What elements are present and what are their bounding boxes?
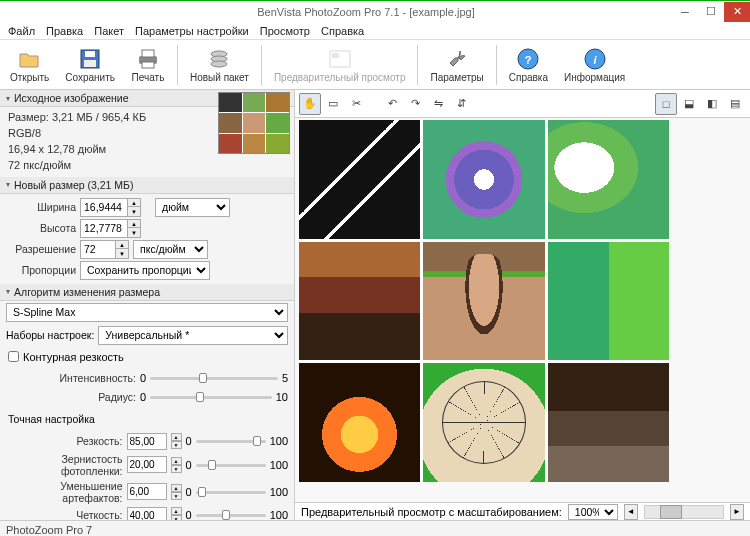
flip-h-button[interactable]: ⇋	[427, 93, 449, 115]
print-button[interactable]: Печать	[125, 45, 171, 85]
svg-rect-2	[84, 60, 96, 67]
intensity-label: Интенсивность:	[6, 372, 136, 384]
marquee-icon: ▭	[328, 97, 338, 110]
resolution-label: Разрешение	[6, 243, 76, 255]
sharpness-slider[interactable]	[196, 433, 266, 449]
height-label: Высота	[6, 222, 76, 234]
preview-button[interactable]: Предварительный просмотр	[268, 45, 412, 85]
minimize-button[interactable]: ─	[672, 2, 698, 22]
flip-v-button[interactable]: ⇵	[450, 93, 472, 115]
svg-rect-4	[142, 50, 154, 57]
rotate-right-button[interactable]: ↷	[404, 93, 426, 115]
close-button[interactable]: ✕	[724, 2, 750, 22]
crop-icon: ✂	[352, 97, 361, 110]
intensity-slider[interactable]	[150, 370, 278, 386]
height-input[interactable]: ▲▼	[80, 219, 141, 238]
horizontal-scrollbar[interactable]	[644, 505, 724, 519]
panel-splitter[interactable]	[291, 90, 294, 520]
radius-slider[interactable]	[150, 389, 272, 405]
contour-sharpness-checkbox[interactable]	[8, 351, 19, 362]
algorithm-section-header[interactable]: Алгоритм изменения размера	[0, 284, 294, 301]
pan-tool-button[interactable]: ✋	[299, 93, 321, 115]
radius-label: Радиус:	[6, 391, 136, 403]
filmgrain-input[interactable]	[127, 456, 167, 473]
view-split-h-button[interactable]: ⬓	[678, 93, 700, 115]
width-input[interactable]: ▲▼	[80, 198, 141, 217]
crop-tool-button[interactable]: ✂	[345, 93, 367, 115]
preview-image	[299, 120, 669, 482]
info-button[interactable]: i Информация	[558, 45, 631, 85]
svg-rect-5	[142, 62, 154, 68]
proportions-select[interactable]: Сохранить пропорции	[80, 261, 210, 280]
settings-panel: Исходное изображение Размер: 3,21 МБ / 9…	[0, 90, 295, 520]
print-icon	[136, 47, 160, 71]
scroll-right-button[interactable]: ►	[730, 504, 744, 520]
wrench-icon	[445, 47, 469, 71]
batch-icon	[207, 47, 231, 71]
filmgrain-slider[interactable]	[196, 457, 266, 473]
preview-canvas[interactable]	[295, 118, 750, 502]
preview-zoom-label: Предварительный просмотр с масштабирован…	[301, 506, 562, 518]
svg-rect-1	[85, 51, 95, 57]
view-split-v-button[interactable]: ◧	[701, 93, 723, 115]
zoom-select[interactable]: 100%	[568, 504, 618, 520]
proportions-label: Пропорции	[6, 264, 76, 276]
status-text: PhotoZoom Pro 7	[6, 524, 92, 536]
size-unit-select[interactable]: дюйм	[155, 198, 230, 217]
maximize-button[interactable]: ☐	[698, 2, 724, 22]
split-v-icon: ◧	[707, 97, 717, 110]
menu-settings[interactable]: Параметры настройки	[131, 24, 253, 38]
single-view-icon: □	[663, 98, 670, 110]
navigator-thumbnail[interactable]	[218, 92, 290, 154]
preset-select[interactable]: Универсальный *	[98, 326, 288, 345]
menu-file[interactable]: Файл	[4, 24, 39, 38]
help-icon: ?	[516, 47, 540, 71]
menu-batch[interactable]: Пакет	[90, 24, 128, 38]
preset-label: Наборы настроек:	[6, 329, 94, 341]
select-tool-button[interactable]: ▭	[322, 93, 344, 115]
split-h-icon: ⬓	[684, 97, 694, 110]
scroll-left-button[interactable]: ◄	[624, 504, 638, 520]
artifact-input[interactable]	[127, 483, 167, 500]
save-icon	[78, 47, 102, 71]
menu-help[interactable]: Справка	[317, 24, 368, 38]
fine-tuning-header: Точная настройка	[0, 410, 294, 428]
contour-sharpness-label: Контурная резкость	[23, 351, 124, 363]
main-toolbar: Открыть Сохранить Печать Новый пакет Пре…	[0, 40, 750, 90]
crispness-input[interactable]	[127, 507, 167, 520]
statusbar: PhotoZoom Pro 7	[0, 520, 750, 536]
titlebar: BenVista PhotoZoom Pro 7.1 - [example.jp…	[0, 0, 750, 22]
flip-v-icon: ⇵	[457, 97, 466, 110]
save-button[interactable]: Сохранить	[59, 45, 121, 85]
window-title: BenVista PhotoZoom Pro 7.1 - [example.jp…	[60, 6, 672, 18]
help-button[interactable]: ? Справка	[503, 45, 554, 85]
info-icon: i	[583, 47, 607, 71]
hand-icon: ✋	[303, 97, 317, 110]
rotate-left-button[interactable]: ↶	[381, 93, 403, 115]
artifact-slider[interactable]	[196, 484, 266, 500]
menu-edit[interactable]: Правка	[42, 24, 87, 38]
svg-rect-10	[332, 53, 339, 58]
menubar: Файл Правка Пакет Параметры настройки Пр…	[0, 22, 750, 40]
rotate-right-icon: ↷	[411, 97, 420, 110]
menu-view[interactable]: Просмотр	[256, 24, 314, 38]
resolution-unit-select[interactable]: пкс/дюйм	[133, 240, 208, 259]
view-grid-button[interactable]: ▤	[724, 93, 746, 115]
new-batch-button[interactable]: Новый пакет	[184, 45, 255, 85]
open-button[interactable]: Открыть	[4, 45, 55, 85]
svg-point-8	[211, 61, 227, 67]
resolution-input[interactable]: ▲▼	[80, 240, 129, 259]
preview-toolbar: ✋ ▭ ✂ ↶ ↷ ⇋ ⇵ □ ⬓ ◧ ▤	[295, 90, 750, 118]
method-select[interactable]: S-Spline Max	[6, 303, 288, 322]
preview-icon	[328, 47, 352, 71]
view-single-button[interactable]: □	[655, 93, 677, 115]
width-label: Ширина	[6, 201, 76, 213]
params-button[interactable]: Параметры	[424, 45, 489, 85]
newsize-section-header[interactable]: Новый размер (3,21 МБ)	[0, 177, 294, 194]
sharpness-input[interactable]	[127, 433, 167, 450]
crispness-slider[interactable]	[196, 507, 266, 520]
preview-statusbar: Предварительный просмотр с масштабирован…	[295, 502, 750, 520]
folder-open-icon	[18, 47, 42, 71]
svg-text:?: ?	[525, 54, 532, 66]
flip-h-icon: ⇋	[434, 97, 443, 110]
